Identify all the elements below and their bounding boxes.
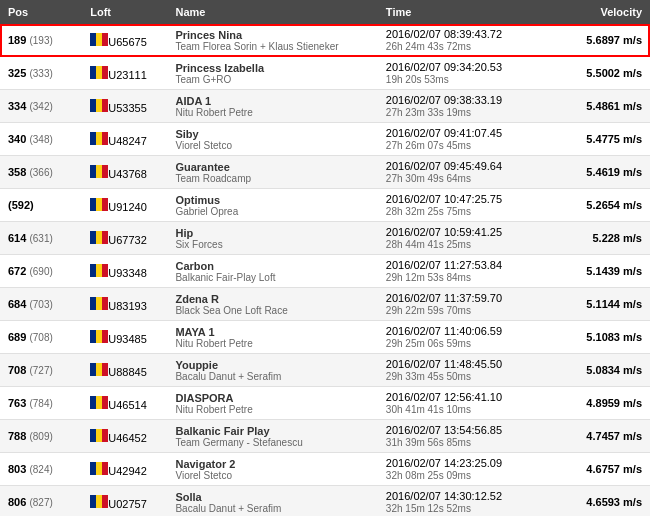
cell-loft: U83193 bbox=[82, 288, 167, 321]
table-row: 189 (193) U65675Princes NinaTeam Florea … bbox=[0, 24, 650, 57]
cell-velocity: 5.1083 m/s bbox=[566, 321, 650, 354]
svg-rect-39 bbox=[90, 462, 96, 475]
cell-pos: 689 (708) bbox=[0, 321, 82, 354]
svg-rect-7 bbox=[96, 99, 102, 112]
header-loft: Loft bbox=[82, 0, 167, 24]
cell-velocity: 5.6897 m/s bbox=[566, 24, 650, 57]
svg-rect-9 bbox=[90, 132, 96, 145]
header-velocity: Velocity bbox=[566, 0, 650, 24]
svg-rect-42 bbox=[90, 495, 96, 508]
table-row: (592) U91240OptimusGabriel Oprea2016/02/… bbox=[0, 189, 650, 222]
svg-rect-37 bbox=[96, 429, 102, 442]
cell-pos: 672 (690) bbox=[0, 255, 82, 288]
cell-pos: 803 (824) bbox=[0, 453, 82, 486]
svg-rect-12 bbox=[90, 165, 96, 178]
cell-loft: U46514 bbox=[82, 387, 167, 420]
results-table: Pos Loft Name Time Velocity 189 (193) U6… bbox=[0, 0, 650, 516]
cell-name: MAYA 1Nitu Robert Petre bbox=[167, 321, 377, 354]
table-row: 708 (727) U88845YouppieBacalu Danut + Se… bbox=[0, 354, 650, 387]
svg-rect-34 bbox=[96, 396, 102, 409]
cell-velocity: 4.6757 m/s bbox=[566, 453, 650, 486]
svg-rect-16 bbox=[96, 198, 102, 211]
svg-rect-18 bbox=[90, 231, 96, 244]
cell-loft: U43768 bbox=[82, 156, 167, 189]
cell-pos: 708 (727) bbox=[0, 354, 82, 387]
svg-rect-0 bbox=[90, 33, 96, 46]
cell-pos: 763 (784) bbox=[0, 387, 82, 420]
cell-pos: 334 (342) bbox=[0, 90, 82, 123]
cell-name: Princess IzabellaTeam G+RO bbox=[167, 57, 377, 90]
cell-velocity: 5.4619 m/s bbox=[566, 156, 650, 189]
svg-rect-43 bbox=[96, 495, 102, 508]
cell-loft: U91240 bbox=[82, 189, 167, 222]
cell-name: SibyViorel Stetco bbox=[167, 123, 377, 156]
cell-pos: 340 (348) bbox=[0, 123, 82, 156]
cell-velocity: 5.0834 m/s bbox=[566, 354, 650, 387]
cell-time: 2016/02/07 14:30:12.5232h 15m 12s 52ms bbox=[378, 486, 566, 517]
cell-loft: U46452 bbox=[82, 420, 167, 453]
cell-time: 2016/02/07 11:48:45.5029h 33m 45s 50ms bbox=[378, 354, 566, 387]
cell-loft: U93348 bbox=[82, 255, 167, 288]
cell-time: 2016/02/07 14:23:25.0932h 08m 25s 09ms bbox=[378, 453, 566, 486]
cell-loft: U67732 bbox=[82, 222, 167, 255]
svg-rect-27 bbox=[90, 330, 96, 343]
cell-pos: 788 (809) bbox=[0, 420, 82, 453]
cell-time: 2016/02/07 08:39:43.7226h 24m 43s 72ms bbox=[378, 24, 566, 57]
cell-time: 2016/02/07 09:38:33.1927h 23m 33s 19ms bbox=[378, 90, 566, 123]
cell-name: Navigator 2Viorel Stetco bbox=[167, 453, 377, 486]
table-row: 788 (809) U46452Balkanic Fair PlayTeam G… bbox=[0, 420, 650, 453]
table-row: 325 (333) U23111Princess IzabellaTeam G+… bbox=[0, 57, 650, 90]
cell-pos: 325 (333) bbox=[0, 57, 82, 90]
table-row: 806 (827) U02757SollaBacalu Danut + Sera… bbox=[0, 486, 650, 517]
table-row: 689 (708) U93485MAYA 1Nitu Robert Petre2… bbox=[0, 321, 650, 354]
cell-name: AIDA 1Nitu Robert Petre bbox=[167, 90, 377, 123]
cell-loft: U02757 bbox=[82, 486, 167, 517]
cell-loft: U88845 bbox=[82, 354, 167, 387]
svg-rect-40 bbox=[96, 462, 102, 475]
cell-velocity: 5.5002 m/s bbox=[566, 57, 650, 90]
table-row: 672 (690) U93348CarbonBalkanic Fair-Play… bbox=[0, 255, 650, 288]
cell-time: 2016/02/07 13:54:56.8531h 39m 56s 85ms bbox=[378, 420, 566, 453]
cell-velocity: 5.4775 m/s bbox=[566, 123, 650, 156]
cell-velocity: 4.8959 m/s bbox=[566, 387, 650, 420]
header-name: Name bbox=[167, 0, 377, 24]
cell-pos: 614 (631) bbox=[0, 222, 82, 255]
cell-name: HipSix Forces bbox=[167, 222, 377, 255]
table-row: 340 (348) U48247SibyViorel Stetco2016/02… bbox=[0, 123, 650, 156]
cell-loft: U65675 bbox=[82, 24, 167, 57]
cell-time: 2016/02/07 11:27:53.8429h 12m 53s 84ms bbox=[378, 255, 566, 288]
cell-pos: 189 (193) bbox=[0, 24, 82, 57]
cell-velocity: 5.2654 m/s bbox=[566, 189, 650, 222]
table-row: 763 (784) U46514DIASPORANitu Robert Petr… bbox=[0, 387, 650, 420]
cell-time: 2016/02/07 09:45:49.6427h 30m 49s 64ms bbox=[378, 156, 566, 189]
cell-name: YouppieBacalu Danut + Serafim bbox=[167, 354, 377, 387]
svg-rect-6 bbox=[90, 99, 96, 112]
svg-rect-31 bbox=[96, 363, 102, 376]
svg-rect-33 bbox=[90, 396, 96, 409]
cell-loft: U23111 bbox=[82, 57, 167, 90]
cell-time: 2016/02/07 10:59:41.2528h 44m 41s 25ms bbox=[378, 222, 566, 255]
svg-rect-30 bbox=[90, 363, 96, 376]
cell-velocity: 5.228 m/s bbox=[566, 222, 650, 255]
svg-rect-3 bbox=[90, 66, 96, 79]
cell-velocity: 5.1439 m/s bbox=[566, 255, 650, 288]
cell-velocity: 4.7457 m/s bbox=[566, 420, 650, 453]
cell-name: OptimusGabriel Oprea bbox=[167, 189, 377, 222]
cell-name: DIASPORANitu Robert Petre bbox=[167, 387, 377, 420]
table-row: 614 (631) U67732HipSix Forces2016/02/07 … bbox=[0, 222, 650, 255]
cell-name: Princes NinaTeam Florea Sorin + Klaus St… bbox=[167, 24, 377, 57]
cell-velocity: 5.4861 m/s bbox=[566, 90, 650, 123]
table-row: 684 (703) U83193Zdena RBlack Sea One Lof… bbox=[0, 288, 650, 321]
cell-loft: U53355 bbox=[82, 90, 167, 123]
cell-time: 2016/02/07 10:47:25.7528h 32m 25s 75ms bbox=[378, 189, 566, 222]
table-row: 358 (366) U43768GuaranteeTeam Roadcamp20… bbox=[0, 156, 650, 189]
svg-rect-36 bbox=[90, 429, 96, 442]
cell-time: 2016/02/07 11:40:06.5929h 25m 06s 59ms bbox=[378, 321, 566, 354]
svg-rect-13 bbox=[96, 165, 102, 178]
cell-pos: 684 (703) bbox=[0, 288, 82, 321]
svg-rect-10 bbox=[96, 132, 102, 145]
svg-rect-4 bbox=[96, 66, 102, 79]
cell-time: 2016/02/07 09:34:20.5319h 20s 53ms bbox=[378, 57, 566, 90]
cell-loft: U42942 bbox=[82, 453, 167, 486]
cell-name: Zdena RBlack Sea One Loft Race bbox=[167, 288, 377, 321]
